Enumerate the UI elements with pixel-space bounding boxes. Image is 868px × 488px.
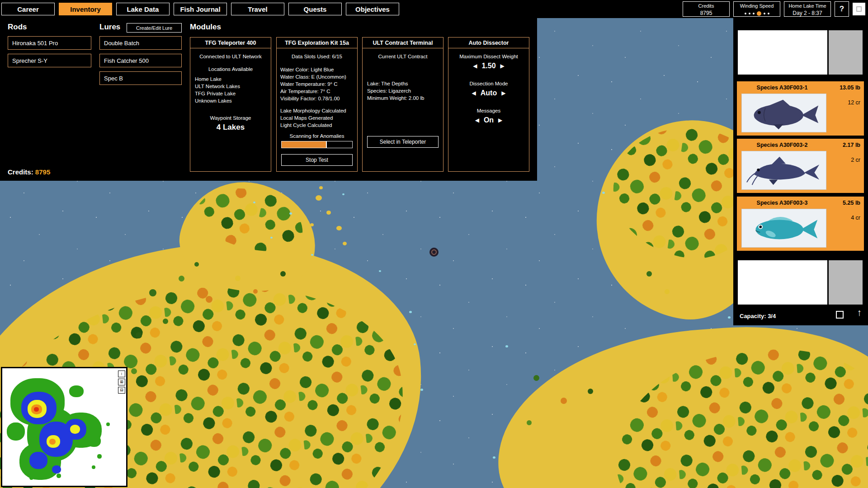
lures-list: Double Batch Fish Catcher 500 Spec B xyxy=(99,36,182,85)
arrow-right-icon[interactable]: ▶ xyxy=(500,63,505,69)
credits-value: 8795 xyxy=(687,9,726,17)
home-lake-time-display: Home Lake Time Day 2 - 8:37 xyxy=(784,1,831,17)
stop-square-icon[interactable] xyxy=(836,311,844,319)
teleporter-status: Connected to ULT Network xyxy=(190,54,271,59)
home-lake-time-value: Day 2 - 8:37 xyxy=(788,9,827,17)
reading-line: Water Class: E (Uncommon) xyxy=(280,73,357,80)
slider-dot xyxy=(745,13,746,14)
module-exploration-kit: TFG Exploration Kit 15a Data Slots Used:… xyxy=(276,37,358,172)
select-in-teleporter-button[interactable]: Select in Teleporter xyxy=(367,136,439,148)
contract-line: Lake: The Depths xyxy=(367,80,443,87)
lure-item[interactable]: Spec B xyxy=(99,71,182,85)
fish-credit-value: 2 cr xyxy=(851,157,860,163)
module-title: TFG Exploration Kit 15a xyxy=(277,38,357,48)
tab-travel[interactable]: Travel xyxy=(231,3,284,15)
tab-fish-journal[interactable]: Fish Journal xyxy=(174,3,227,15)
locations-title: Locations Available xyxy=(190,66,271,72)
dissection-mode-stepper: ◀ Auto ▶ xyxy=(448,89,529,97)
rods-list: Hironaka 501 Pro Sprecher S-Y xyxy=(8,36,91,67)
tab-objectives[interactable]: Objectives xyxy=(346,3,399,15)
rod-item[interactable]: Hironaka 501 Pro xyxy=(8,36,91,50)
panel-toggle-button[interactable] xyxy=(853,3,865,15)
reading-line: Water Color: Light Blue xyxy=(280,66,357,73)
dissect-weight-label: Maximum Dissect Weight xyxy=(448,54,529,59)
arrow-left-icon[interactable]: ◀ xyxy=(472,90,476,96)
waypoint-storage-label: Waypoint Storage xyxy=(190,115,271,121)
capacity-label: Capacity: 3/4 xyxy=(740,313,776,319)
lure-item[interactable]: Double Batch xyxy=(99,36,182,50)
fish-illustration xyxy=(742,94,826,132)
dissection-mode-value: Auto xyxy=(481,89,497,97)
module-title: ULT Contract Terminal xyxy=(363,38,443,48)
rods-heading: Rods xyxy=(8,23,27,32)
messages-value: On xyxy=(484,116,494,124)
module-contract-terminal: ULT Contract Terminal Current ULT Contra… xyxy=(362,37,443,172)
inventory-credits-value: 8795 xyxy=(35,168,50,176)
winding-speed-slider[interactable] xyxy=(737,11,776,16)
contract-details: Lake: The Depths Species: Ligazerch Mini… xyxy=(367,80,443,102)
slider-dot xyxy=(753,13,755,14)
fish-slot-empty[interactable] xyxy=(738,260,827,305)
arrow-right-icon[interactable]: ▶ xyxy=(498,117,502,123)
tab-inventory[interactable]: Inventory xyxy=(59,3,112,15)
winding-speed-label: Winding Speed xyxy=(737,3,776,9)
arrow-left-icon[interactable]: ◀ xyxy=(475,117,479,123)
minimap-expand-icon[interactable]: ⊞ xyxy=(118,379,125,385)
data-slots-used: Data Slots Used: 6/15 xyxy=(277,54,357,59)
location-line: TFG Private Lake xyxy=(195,90,271,97)
bobber-marker xyxy=(429,248,439,257)
reading-line: Visibility Factor: 0.78/1.00 xyxy=(280,95,357,102)
fish-species-label: Species A30F003-1 xyxy=(737,84,827,91)
create-edit-lure-button[interactable]: Create/Edit Lure xyxy=(127,23,182,33)
tab-quests[interactable]: Quests xyxy=(288,3,342,15)
arrow-left-icon[interactable]: ◀ xyxy=(473,63,477,69)
scan-progress-tick xyxy=(326,141,327,148)
fish-image xyxy=(741,209,826,248)
lures-heading: Lures xyxy=(99,23,120,32)
fish-credit-value: 4 cr xyxy=(851,215,860,221)
winding-speed-control[interactable]: Winding Speed xyxy=(733,1,780,17)
slider-dot xyxy=(764,13,765,14)
top-menu-bar: Career Inventory Lake Data Fish Journal … xyxy=(0,0,868,18)
messages-label: Messages xyxy=(448,108,529,113)
credits-display: Credits 8795 xyxy=(683,1,730,17)
messages-stepper: ◀ On ▶ xyxy=(448,116,529,124)
arrow-right-icon[interactable]: ▶ xyxy=(501,90,505,96)
minimap-zoom-icon[interactable]: ↕ xyxy=(118,371,125,377)
fish-slot[interactable]: Species A30F003-2 2.17 lb 2 cr xyxy=(737,139,864,193)
stop-test-button[interactable]: Stop Test xyxy=(281,154,353,166)
contract-line: Minimum Weight: 2.00 lb xyxy=(367,94,443,102)
locations-list: Home Lake ULT Network Lakes TFG Private … xyxy=(195,75,271,104)
help-button[interactable]: ? xyxy=(835,1,849,17)
lure-item[interactable]: Fish Catcher 500 xyxy=(99,54,182,67)
minimap[interactable]: ↕ ⊞ ⊟ xyxy=(1,367,127,487)
collapse-arrow-icon[interactable]: ↑ xyxy=(857,307,862,318)
fish-species-label: Species A30F003-3 xyxy=(737,200,827,206)
fish-credit-value: 12 cr xyxy=(848,99,860,106)
tab-lake-data[interactable]: Lake Data xyxy=(116,3,170,15)
fish-illustration xyxy=(742,151,826,189)
tab-career[interactable]: Career xyxy=(1,3,55,15)
fish-slot[interactable]: Species A30F003-1 13.05 lb 12 cr xyxy=(737,81,864,136)
fish-slot-empty[interactable] xyxy=(738,30,827,75)
contract-line: Species: Ligazerch xyxy=(367,87,443,94)
contract-subtitle: Current ULT Contract xyxy=(363,54,443,59)
window-icon xyxy=(856,6,862,12)
computed-results: Lake Morphology Calculated Local Maps Ge… xyxy=(280,107,357,129)
reading-line: Water Temperature: 9° C xyxy=(280,80,357,88)
fish-weight: 5.25 lb xyxy=(843,200,860,206)
minimap-controls: ↕ ⊞ ⊟ xyxy=(118,371,125,394)
rod-item[interactable]: Sprecher S-Y xyxy=(8,54,91,67)
location-line: Unknown Lakes xyxy=(195,97,271,104)
fish-slot[interactable]: Species A30F003-3 5.25 lb 4 cr xyxy=(737,197,864,251)
fish-image xyxy=(741,151,826,190)
fish-image xyxy=(741,94,826,132)
dissect-weight-stepper: ◀ 1.50 ▶ xyxy=(448,62,529,70)
module-teleporter: TFG Teleporter 400 Connected to ULT Netw… xyxy=(190,37,271,172)
fish-weight: 2.17 lb xyxy=(843,142,860,148)
location-line: ULT Network Lakes xyxy=(195,83,271,90)
slider-knob[interactable] xyxy=(757,11,761,16)
module-title: Auto Dissector xyxy=(448,38,529,48)
inventory-panel: Rods Hironaka 501 Pro Sprecher S-Y Lures… xyxy=(0,18,537,181)
minimap-collapse-icon[interactable]: ⊟ xyxy=(118,387,125,394)
